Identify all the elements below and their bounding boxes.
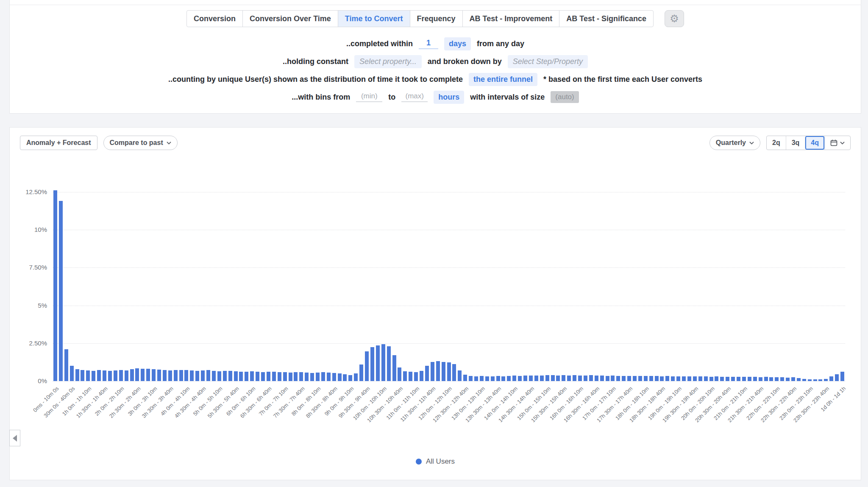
settings-button[interactable]: ⚙ [665, 10, 684, 27]
histogram-bar[interactable] [682, 376, 686, 381]
histogram-bar[interactable] [693, 376, 697, 381]
histogram-bar[interactable] [436, 361, 440, 381]
histogram-bar[interactable] [742, 377, 746, 381]
histogram-bar[interactable] [354, 373, 358, 381]
histogram-bar[interactable] [327, 373, 331, 381]
histogram-bar[interactable] [759, 377, 762, 381]
histogram-bar[interactable] [348, 375, 352, 381]
histogram-bar[interactable] [119, 370, 123, 381]
histogram-bar[interactable] [452, 364, 456, 381]
histogram-bar[interactable] [780, 377, 784, 381]
histogram-bar[interactable] [775, 377, 779, 381]
histogram-bar[interactable] [228, 371, 232, 381]
histogram-bar[interactable] [184, 370, 188, 381]
histogram-bar[interactable] [414, 372, 418, 381]
bin-unit-dropdown[interactable]: hours [434, 91, 464, 104]
histogram-bar[interactable] [595, 376, 598, 381]
histogram-bar[interactable] [168, 370, 172, 381]
tab-ab-test-improvement[interactable]: AB Test - Improvement [462, 10, 560, 27]
histogram-bar[interactable] [463, 375, 467, 381]
histogram-bar[interactable] [649, 376, 653, 381]
histogram-bar[interactable] [802, 379, 806, 381]
tab-time-to-convert[interactable]: Time to Convert [338, 10, 410, 27]
histogram-bar[interactable] [392, 355, 396, 381]
histogram-bar[interactable] [114, 370, 117, 381]
histogram-bar[interactable] [425, 366, 429, 381]
histogram-bar[interactable] [92, 371, 95, 381]
tab-conversion[interactable]: Conversion [186, 10, 243, 27]
histogram-bar[interactable] [195, 371, 199, 381]
tab-ab-test-significance[interactable]: AB Test - Significance [559, 10, 654, 27]
histogram-bar[interactable] [278, 372, 281, 381]
histogram-bar[interactable] [447, 362, 451, 381]
histogram-bar[interactable] [420, 371, 423, 381]
histogram-bar[interactable] [53, 190, 57, 381]
histogram-bar[interactable] [715, 376, 718, 381]
histogram-bar[interactable] [157, 370, 161, 381]
histogram-bar[interactable] [529, 376, 533, 381]
histogram-bar[interactable] [59, 201, 63, 381]
histogram-bar[interactable] [567, 376, 571, 381]
histogram-bar[interactable] [381, 344, 385, 381]
conversion-window-unit-dropdown[interactable]: days [444, 37, 471, 50]
histogram-bar[interactable] [376, 345, 380, 381]
histogram-bar[interactable] [141, 369, 145, 381]
histogram-bar[interactable] [458, 370, 462, 381]
histogram-bar[interactable] [545, 375, 549, 381]
histogram-bar[interactable] [267, 372, 270, 381]
histogram-bar[interactable] [589, 375, 593, 381]
histogram-bar[interactable] [578, 376, 582, 381]
histogram-bar[interactable] [737, 377, 740, 381]
histogram-bar[interactable] [797, 378, 801, 381]
histogram-bar[interactable] [840, 372, 844, 381]
histogram-bar[interactable] [338, 373, 342, 381]
histogram-bar[interactable] [562, 375, 565, 381]
histogram-bar[interactable] [660, 376, 664, 381]
histogram-bar[interactable] [835, 374, 839, 381]
histogram-bar[interactable] [808, 379, 812, 381]
histogram-bar[interactable] [217, 371, 221, 381]
histogram-bar[interactable] [86, 370, 90, 381]
histogram-bar[interactable] [294, 372, 298, 381]
histogram-bar[interactable] [250, 371, 254, 381]
histogram-bar[interactable] [256, 372, 259, 381]
collapse-panel-button[interactable] [9, 430, 20, 446]
histogram-bar[interactable] [573, 375, 576, 381]
histogram-bar[interactable] [534, 376, 538, 381]
bin-size-input[interactable]: (auto) [551, 91, 579, 103]
histogram-bar[interactable] [616, 376, 620, 381]
histogram-bar[interactable] [223, 371, 227, 381]
histogram-bar[interactable] [731, 377, 735, 381]
histogram-bar[interactable] [540, 376, 544, 381]
bin-max-input[interactable]: (max) [401, 92, 428, 102]
histogram-bar[interactable] [485, 376, 489, 381]
histogram-bar[interactable] [764, 377, 768, 381]
histogram-bar[interactable] [704, 376, 708, 381]
histogram-bar[interactable] [212, 371, 216, 381]
histogram-bar[interactable] [676, 376, 680, 381]
histogram-bar[interactable] [824, 379, 828, 381]
histogram-bar[interactable] [726, 377, 729, 381]
histogram-bar[interactable] [600, 376, 604, 381]
histogram-bar[interactable] [321, 372, 325, 381]
histogram-bar[interactable] [611, 376, 615, 381]
histogram-bar[interactable] [606, 376, 609, 381]
chart-legend[interactable]: All Users [10, 457, 861, 466]
histogram-bar[interactable] [370, 347, 374, 381]
histogram-bar[interactable] [190, 370, 194, 381]
histogram-bar[interactable] [638, 376, 642, 381]
histogram-bar[interactable] [622, 376, 626, 381]
histogram-bar[interactable] [179, 370, 183, 381]
histogram-bar[interactable] [201, 370, 205, 381]
histogram-bar[interactable] [130, 369, 134, 381]
histogram-bar[interactable] [518, 376, 522, 381]
histogram-bar[interactable] [813, 379, 817, 381]
histogram-bar[interactable] [97, 370, 101, 381]
histogram-bar[interactable] [633, 376, 637, 381]
histogram-bar[interactable] [769, 377, 773, 381]
histogram-bar[interactable] [398, 367, 401, 381]
histogram-bar[interactable] [316, 373, 320, 381]
histogram-bar[interactable] [709, 377, 713, 381]
histogram-bar[interactable] [431, 362, 434, 381]
histogram-bar[interactable] [627, 376, 631, 381]
